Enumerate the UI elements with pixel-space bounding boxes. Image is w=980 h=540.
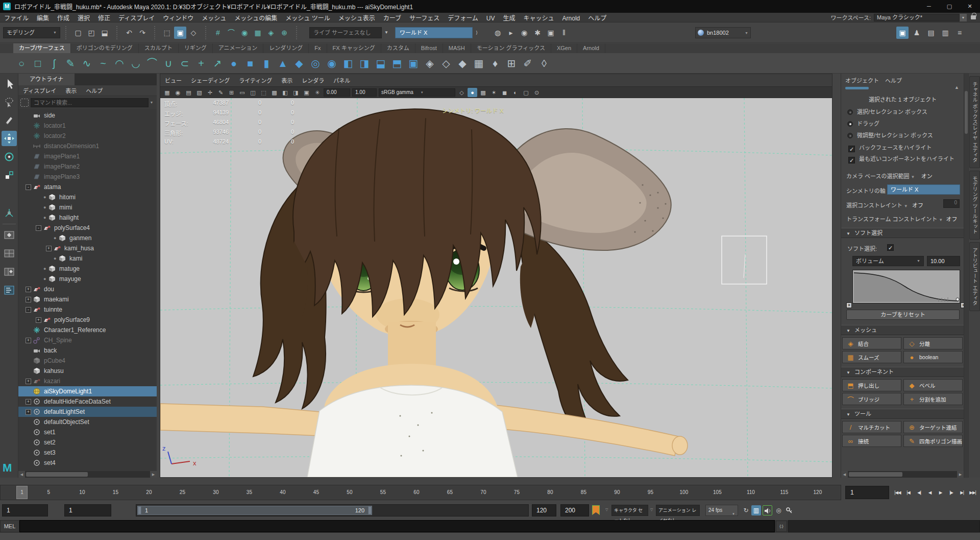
shelf-tab-アニメーション[interactable]: アニメーション — [213, 43, 264, 53]
viewport-menu-シェーディング[interactable]: シェーディング — [186, 76, 234, 84]
outliner-item-back[interactable]: back — [18, 345, 157, 356]
outliner-item-locator1[interactable]: locator1 — [18, 121, 157, 131]
gate-mask-icon[interactable]: ⬚ — [259, 88, 268, 97]
nurbs-circle-icon[interactable]: ○ — [14, 55, 29, 72]
outliner-item-imagePlane2[interactable]: imagePlane2 — [18, 161, 157, 172]
select-component-icon[interactable]: ◇ — [187, 27, 200, 39]
step-forward-frame-button[interactable]: ▶| — [957, 486, 967, 499]
fps-selector[interactable]: 24 fps▼ — [705, 505, 738, 516]
outliner-item-side[interactable]: side — [18, 110, 157, 121]
play-forwards-button[interactable]: ▶ — [935, 486, 946, 499]
outliner-menu-表示[interactable]: 表示 — [61, 86, 81, 95]
pause-icon[interactable]: ‖ — [558, 27, 570, 39]
outliner-filter-icon[interactable] — [20, 99, 29, 107]
viewport-menu-ビュー[interactable]: ビュー — [160, 76, 186, 84]
lasso-select-tool-icon[interactable] — [2, 94, 17, 109]
viewport-canvas[interactable]: x z 頂点:4738700エッジ:9413900フェース:4680400三角形… — [160, 98, 832, 477]
curve-handle-left[interactable]: ✕ — [846, 302, 852, 308]
curve-fillet-icon[interactable]: ⌒ — [144, 55, 160, 72]
xray-icon[interactable]: ▢ — [521, 88, 531, 97]
shelf-tab-Bifrost[interactable]: Bifrost — [415, 43, 443, 53]
outliner-item-maekami[interactable]: +maekami — [18, 294, 157, 304]
current-frame-field[interactable]: 1 — [845, 486, 889, 499]
expander-icon[interactable]: + — [26, 409, 31, 415]
render-frame-icon[interactable]: ▸ — [505, 27, 517, 39]
shelf-tab-FX キャッシング[interactable]: FX キャッシング — [327, 43, 381, 53]
mute-sound-icon[interactable] — [763, 505, 772, 515]
maximize-button[interactable]: ▢ — [939, 0, 960, 13]
outliner-item-defaultLightSet[interactable]: +defaultLightSet — [18, 407, 157, 417]
expander-icon[interactable]: + — [26, 287, 31, 292]
outliner-tab[interactable]: アウトライナ — [18, 74, 75, 85]
side-tab-モデリング ツールキット[interactable]: モデリング ツールキット — [969, 171, 980, 240]
smooth-button[interactable]: ▦スムーズ — [842, 351, 901, 363]
grease-pencil-icon[interactable]: ✎ — [216, 88, 226, 97]
go-to-start-button[interactable]: |◀◀ — [892, 486, 903, 499]
outliner-item-set4[interactable]: set4 — [18, 458, 157, 468]
multi-cut-button[interactable]: /マルチカット — [842, 421, 901, 433]
three-point-arc-icon[interactable]: ◠ — [112, 55, 127, 72]
add-divisions-button[interactable]: +分割を追加 — [903, 393, 963, 405]
menu-item-選択[interactable]: 選択 — [74, 15, 94, 22]
range-end-grip[interactable] — [368, 506, 372, 514]
nurbs-cylinder-icon[interactable]: ▮ — [259, 55, 274, 72]
bevel-plus-icon[interactable]: ◊ — [536, 55, 552, 72]
symmetry-field[interactable]: ワールド X — [395, 27, 473, 38]
project-curve-icon[interactable]: ◈ — [422, 55, 437, 72]
workspace-dropdown-arrow[interactable]: ▼ — [960, 14, 967, 21]
merge-button[interactable]: ◈結合 — [842, 337, 901, 349]
select-camera-icon[interactable]: ▦ — [162, 88, 172, 97]
single-pane-layout-button[interactable] — [2, 227, 17, 243]
separate-button[interactable]: ◇分離 — [903, 337, 963, 349]
last-tool-used-icon[interactable] — [2, 205, 17, 221]
sculpt-tool-icon[interactable]: ✐ — [520, 55, 535, 72]
transform-constraint-arrow[interactable]: ▼ — [939, 218, 944, 222]
scroll-right-icon[interactable]: ▶ — [150, 471, 157, 478]
render-settings-icon[interactable]: ✱ — [531, 27, 544, 39]
nurbs-cone-icon[interactable]: ▲ — [275, 55, 290, 72]
menu-item-キャッシュ[interactable]: キャッシュ — [520, 15, 558, 22]
outliner-item-tuinnte[interactable]: -tuinnte — [18, 304, 157, 315]
camera-based-dropdown-arrow[interactable]: ▼ — [911, 175, 916, 179]
boundary-icon[interactable]: ▣ — [406, 55, 421, 72]
falloff-curve-widget[interactable] — [852, 270, 960, 303]
scrollbar-thumb[interactable] — [26, 472, 88, 477]
outliner-item-polySurface9[interactable]: +polySurface9 — [18, 315, 157, 325]
outliner-menu-ディスプレイ[interactable]: ディスプレイ — [18, 86, 61, 95]
range-start-grip[interactable] — [138, 506, 141, 514]
close-button[interactable]: ✕ — [960, 0, 980, 13]
nurbs-torus-icon[interactable]: ◎ — [308, 55, 323, 72]
bevel-button[interactable]: ◆ベベル — [903, 379, 963, 391]
outliner-item-polySurface4[interactable]: -polySurface4 — [18, 223, 157, 233]
lock-camera-icon[interactable]: ◉ — [173, 88, 183, 97]
nurbs-cube-icon[interactable]: ■ — [242, 55, 258, 72]
exposure-field[interactable]: 0.00 — [324, 88, 350, 97]
menu-item-生成[interactable]: 生成 — [499, 15, 520, 22]
attribute-editor-icon[interactable]: ▥ — [939, 27, 951, 39]
select-constraint-extra-field[interactable]: 0 — [943, 199, 960, 208]
menu-item-メッシュ[interactable]: メッシュ — [198, 15, 230, 22]
extrude-button[interactable]: ⬒押し出し — [842, 379, 901, 391]
menu-item-修正[interactable]: 修正 — [94, 15, 114, 22]
textured-icon[interactable]: ▩ — [478, 88, 488, 97]
outliner-item-kami_husa[interactable]: +kami_husa — [18, 243, 157, 253]
shelf-tab-Arnold[interactable]: Arnold — [577, 43, 605, 53]
reset-curve-button[interactable]: カーブをリセット — [846, 310, 960, 320]
detach-curves-icon[interactable]: ⊂ — [177, 55, 192, 72]
redo-icon[interactable]: ↷ — [136, 27, 149, 39]
menu-item-メッシュの編集[interactable]: メッシュの編集 — [230, 15, 281, 22]
expander-icon[interactable]: - — [36, 225, 41, 231]
highlight-selection-icon[interactable]: ▣ — [302, 88, 311, 97]
expander-icon[interactable]: + — [26, 379, 31, 384]
boolean-button[interactable]: ●boolean — [903, 351, 963, 363]
select-tool-icon[interactable] — [2, 76, 17, 91]
cached-playback-icon[interactable]: ▥ — [751, 505, 761, 515]
lights-icon[interactable]: ✶ — [489, 88, 499, 97]
live-surface-field[interactable]: ライブ サーフェスなし — [309, 27, 382, 38]
pencil-curve-tool-icon[interactable]: ✎ — [63, 55, 78, 72]
select-constraint-value[interactable]: オフ — [912, 202, 923, 208]
outliner-item-kazari[interactable]: +kazari — [18, 376, 157, 386]
untrim-icon[interactable]: ▦ — [471, 55, 486, 72]
booleans-icon[interactable]: ♦ — [487, 55, 503, 72]
outliner-item-locator2[interactable]: locator2 — [18, 131, 157, 141]
